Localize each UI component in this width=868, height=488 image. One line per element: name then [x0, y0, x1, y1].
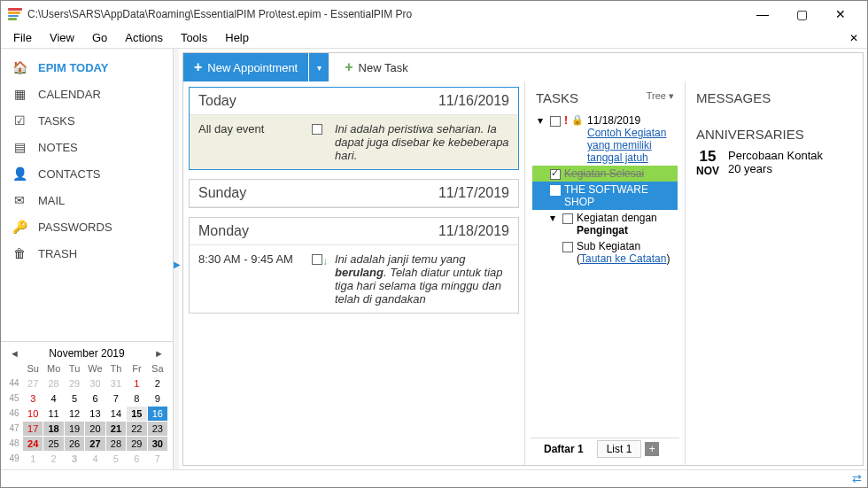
cal-day[interactable]: 23: [148, 422, 167, 436]
menu-go[interactable]: Go: [83, 29, 116, 46]
tasks-view-toggle[interactable]: Tree ▾: [647, 90, 674, 105]
event-row[interactable]: All day event Ini adalah peristiwa sehar…: [190, 115, 518, 169]
minimize-button[interactable]: ―: [743, 2, 782, 27]
cal-day[interactable]: 22: [127, 422, 146, 436]
task-tab[interactable]: List 1: [597, 440, 642, 458]
task-subitem[interactable]: Sub Kegiatan (Tautan ke Catatan): [532, 238, 678, 267]
cal-day[interactable]: 25: [43, 437, 63, 451]
cal-dow: Th: [106, 361, 126, 376]
cal-day[interactable]: 28: [106, 437, 126, 451]
sidebar-item-label: TASKS: [38, 114, 75, 128]
sidebar: 🏠EPIM TODAY▦CALENDAR☑TASKS▤NOTES👤CONTACT…: [1, 49, 174, 469]
cal-day[interactable]: 18: [43, 422, 63, 436]
cal-day[interactable]: 6: [127, 452, 146, 466]
anniversary-item[interactable]: 15 NOV Percobaan Kontak 20 years: [691, 145, 857, 181]
cal-day[interactable]: 3: [23, 391, 43, 406]
add-tab-button[interactable]: +: [645, 442, 659, 456]
cal-day[interactable]: 29: [65, 376, 84, 391]
cal-day[interactable]: 30: [85, 376, 105, 391]
cal-day[interactable]: 2: [43, 452, 63, 466]
collapse-icon[interactable]: ▾: [550, 212, 559, 224]
cal-day[interactable]: 4: [43, 391, 63, 406]
cal-day[interactable]: 5: [106, 452, 126, 466]
sidebar-item-home[interactable]: 🏠EPIM TODAY: [1, 54, 173, 81]
cal-day[interactable]: 20: [85, 422, 105, 436]
cal-day[interactable]: 21: [106, 422, 126, 436]
cal-day[interactable]: 2: [148, 376, 167, 391]
event-checkbox[interactable]: [312, 124, 322, 135]
sidebar-item-trash[interactable]: 🗑TRASH: [1, 240, 173, 267]
day-block: Today11/16/2019 All day event Ini adalah…: [189, 87, 519, 170]
cal-day[interactable]: 1: [127, 376, 146, 391]
panel-close-icon[interactable]: ✕: [849, 32, 858, 44]
sidebar-item-label: CALENDAR: [38, 88, 101, 101]
new-task-button[interactable]: +New Task: [334, 53, 418, 81]
cal-day[interactable]: 28: [43, 376, 63, 391]
cal-day[interactable]: 15: [127, 407, 146, 421]
cal-day[interactable]: 8: [127, 391, 146, 406]
sidebar-item-notes[interactable]: ▤NOTES: [1, 134, 173, 160]
cal-day[interactable]: 5: [65, 391, 84, 406]
plus-icon: +: [194, 59, 202, 75]
cal-day[interactable]: 7: [148, 452, 167, 466]
cal-day[interactable]: 12: [65, 407, 84, 421]
new-appointment-dropdown[interactable]: ▾: [309, 53, 329, 81]
maximize-button[interactable]: ▢: [782, 2, 821, 27]
task-item[interactable]: ▾ Kegiatan dengan Pengingat: [532, 210, 678, 238]
splitter-handle-icon[interactable]: ▶: [174, 259, 181, 269]
cal-day[interactable]: 19: [65, 422, 84, 436]
task-checkbox[interactable]: [550, 116, 561, 127]
cal-day[interactable]: 3: [65, 452, 84, 466]
mail-icon: ✉: [12, 192, 27, 208]
sidebar-item-tasks[interactable]: ☑TASKS: [1, 107, 173, 134]
cal-day[interactable]: 9: [148, 391, 167, 406]
cal-day[interactable]: 4: [85, 452, 105, 466]
cal-day[interactable]: 10: [23, 407, 43, 421]
cal-day[interactable]: 16: [148, 407, 167, 421]
collapse-icon[interactable]: ▾: [538, 114, 546, 127]
menu-help[interactable]: Help: [216, 29, 258, 46]
task-item[interactable]: ▾ ! 🔒 11/18/2019Contoh Kegiatan yang mem…: [532, 112, 678, 166]
cal-day[interactable]: 7: [106, 391, 126, 406]
menu-actions[interactable]: Actions: [116, 29, 172, 46]
sidebar-item-mail[interactable]: ✉MAIL: [1, 187, 173, 213]
event-row[interactable]: 8:30 AM - 9:45 AM ↓ Ini adalah janji tem…: [190, 245, 518, 313]
cal-day[interactable]: 13: [85, 407, 105, 421]
sync-icon[interactable]: ⇄: [852, 472, 862, 485]
splitter[interactable]: ▶: [174, 49, 179, 469]
task-item-selected[interactable]: THE SOFTWARE SHOP: [532, 182, 678, 210]
sidebar-item-passwords[interactable]: 🔑PASSWORDS: [1, 213, 173, 240]
task-item-done[interactable]: Kegiatan Selesai: [532, 166, 678, 182]
task-checkbox[interactable]: [550, 169, 561, 180]
menu-view[interactable]: View: [41, 29, 83, 46]
cal-day[interactable]: 29: [127, 437, 146, 451]
day-date: 11/18/2019: [438, 223, 509, 239]
cal-day[interactable]: 30: [148, 437, 167, 451]
task-checkbox[interactable]: [562, 213, 573, 224]
sidebar-item-contacts[interactable]: 👤CONTACTS: [1, 160, 173, 187]
new-appointment-button[interactable]: +New Appointment: [183, 53, 308, 81]
task-link[interactable]: Tautan ke Catatan: [580, 252, 666, 265]
cal-day[interactable]: 6: [85, 391, 105, 406]
cal-prev-icon[interactable]: ◄: [6, 348, 23, 359]
cal-day[interactable]: 14: [106, 407, 126, 421]
cal-day[interactable]: 27: [23, 376, 43, 391]
cal-day[interactable]: 11: [43, 407, 63, 421]
menu-tools[interactable]: Tools: [172, 29, 216, 46]
event-checkbox[interactable]: [312, 254, 322, 265]
sidebar-item-calendar[interactable]: ▦CALENDAR: [1, 81, 173, 107]
event-desc: Ini adalah janji temu yang berulang. Tel…: [335, 252, 509, 306]
cal-day[interactable]: 24: [23, 437, 43, 451]
cal-day[interactable]: 27: [85, 437, 105, 451]
cal-day[interactable]: 17: [23, 422, 43, 436]
cal-day[interactable]: 26: [65, 437, 84, 451]
task-checkbox[interactable]: [550, 185, 561, 196]
task-checkbox[interactable]: [562, 242, 573, 252]
task-link[interactable]: Contoh Kegiatan yang memiliki tanggal ja…: [587, 127, 666, 164]
cal-day[interactable]: 31: [106, 376, 126, 391]
cal-day[interactable]: 1: [23, 452, 43, 466]
cal-next-icon[interactable]: ►: [151, 348, 167, 359]
task-tab[interactable]: Daftar 1: [534, 440, 593, 458]
menu-file[interactable]: File: [4, 29, 41, 46]
close-button[interactable]: ✕: [821, 2, 860, 27]
